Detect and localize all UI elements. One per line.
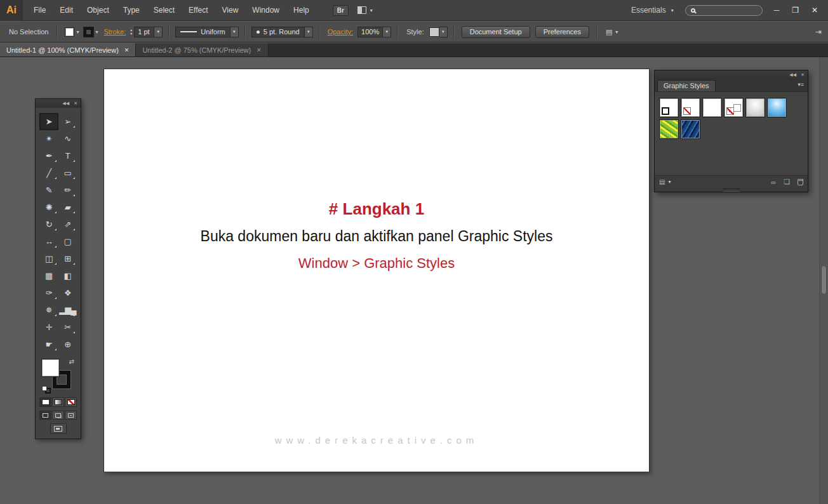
draw-inside-button[interactable] bbox=[65, 411, 77, 420]
control-panel-dock-icon[interactable]: ⇥ bbox=[815, 27, 822, 36]
chevron-down-icon[interactable]: ▾ bbox=[76, 29, 79, 35]
eyedropper-tool[interactable]: ✑ bbox=[39, 284, 58, 302]
document-tab[interactable]: Untitled-1 @ 100% (CMYK/Preview)✕ bbox=[0, 43, 136, 56]
zoom-tool[interactable]: ⊕ bbox=[58, 336, 77, 353]
gradient-tool[interactable]: ◧ bbox=[58, 267, 77, 284]
lasso-tool[interactable]: ∿ bbox=[58, 130, 77, 147]
document-tab[interactable]: Untitled-2 @ 75% (CMYK/Preview)✕ bbox=[136, 43, 268, 56]
select-similar-control[interactable]: ▤ ▾ bbox=[606, 28, 618, 36]
width-tool[interactable]: ↔ bbox=[39, 233, 58, 250]
tab-close-icon[interactable]: ✕ bbox=[257, 47, 262, 53]
magic-wand-tool[interactable]: ✴ bbox=[39, 130, 58, 147]
stroke-weight-value[interactable]: 1 pt bbox=[134, 27, 154, 37]
preferences-button[interactable]: Preferences bbox=[535, 26, 589, 38]
fill-color-swatch[interactable] bbox=[42, 359, 59, 376]
graphic-style-outline[interactable] bbox=[724, 98, 744, 117]
fill-color-control[interactable]: ▾ bbox=[65, 27, 79, 37]
menu-view[interactable]: View bbox=[215, 0, 246, 21]
tab-graphic-styles[interactable]: Graphic Styles bbox=[657, 80, 716, 91]
free-transform-tool[interactable]: ▢ bbox=[58, 233, 77, 250]
opacity-control[interactable]: 100% ▾ bbox=[357, 27, 391, 37]
stroke-panel-link[interactable]: Stroke: bbox=[104, 28, 126, 36]
graphic-style-green-texture[interactable] bbox=[659, 119, 679, 139]
slice-tool[interactable]: ✂ bbox=[58, 319, 77, 336]
menu-file[interactable]: File bbox=[27, 0, 53, 21]
graphic-style-white[interactable] bbox=[702, 98, 722, 117]
stroke-weight-control[interactable]: ▴ ▾ 1 pt ▾ bbox=[130, 27, 163, 37]
graphic-style-default[interactable] bbox=[659, 98, 679, 117]
artboard-tool[interactable]: ✛ bbox=[39, 319, 58, 336]
new-graphic-style-icon[interactable]: ❏ bbox=[784, 178, 790, 186]
gradient-button[interactable] bbox=[52, 397, 64, 407]
canvas-area[interactable]: # Langkah 1 Buka dokumen baru dan aktifk… bbox=[0, 57, 828, 504]
none-button[interactable] bbox=[65, 397, 77, 407]
hand-tool[interactable]: ☛ bbox=[39, 336, 58, 353]
line-segment-tool[interactable]: ╱ bbox=[39, 164, 58, 182]
brush-definition-caret[interactable]: ▾ bbox=[305, 27, 313, 37]
delete-style-icon[interactable] bbox=[798, 179, 803, 185]
graphic-style-blue-gradient[interactable] bbox=[767, 98, 787, 117]
bridge-button[interactable]: Br bbox=[333, 5, 349, 16]
brush-definition-control[interactable]: 5 pt. Round ▾ bbox=[251, 27, 313, 37]
perspective-grid-tool[interactable]: ⊞ bbox=[58, 250, 77, 267]
stroke-swatch[interactable] bbox=[84, 27, 93, 37]
close-button[interactable]: ✕ bbox=[811, 6, 818, 15]
chevron-down-icon[interactable]: ▾ bbox=[615, 29, 618, 35]
width-profile-control[interactable]: Uniform ▾ bbox=[175, 27, 239, 37]
scale-tool[interactable]: ⇗ bbox=[58, 216, 77, 233]
restore-button[interactable]: ❐ bbox=[792, 6, 799, 15]
column-graph-tool[interactable]: ▂▆▄ bbox=[58, 302, 77, 319]
direct-selection-tool[interactable]: ➢ bbox=[58, 113, 77, 130]
stroke-color-control[interactable]: ▾ bbox=[84, 27, 98, 37]
pen-tool[interactable]: ✒ bbox=[39, 147, 58, 164]
opacity-panel-link[interactable]: Opacity: bbox=[328, 28, 353, 36]
close-icon[interactable]: ✕ bbox=[74, 101, 77, 106]
stepper-down-icon[interactable]: ▾ bbox=[130, 32, 132, 36]
width-profile-dropdown[interactable]: Uniform bbox=[175, 27, 230, 37]
screen-mode-button[interactable] bbox=[50, 423, 67, 434]
rectangle-tool[interactable]: ▭ bbox=[58, 164, 77, 182]
symbol-sprayer-tool[interactable]: ✵ bbox=[39, 302, 58, 319]
opacity-value[interactable]: 100% bbox=[357, 27, 383, 37]
search-box[interactable] bbox=[685, 5, 763, 16]
select-similar-icon[interactable]: ▤ bbox=[606, 28, 612, 36]
document-setup-button[interactable]: Document Setup bbox=[462, 26, 530, 38]
panel-resize-grip[interactable] bbox=[655, 188, 808, 192]
tab-close-icon[interactable]: ✕ bbox=[124, 47, 130, 53]
vertical-scrollbar[interactable] bbox=[819, 57, 828, 504]
style-caret[interactable]: ▾ bbox=[439, 27, 448, 37]
menu-effect[interactable]: Effect bbox=[182, 0, 215, 21]
search-input[interactable] bbox=[699, 6, 757, 14]
width-profile-caret[interactable]: ▾ bbox=[230, 27, 239, 37]
fill-swatch[interactable] bbox=[65, 27, 74, 37]
type-tool[interactable]: T bbox=[58, 147, 77, 164]
brush-definition-dropdown[interactable]: 5 pt. Round bbox=[251, 27, 305, 37]
close-icon[interactable]: ✕ bbox=[801, 72, 805, 77]
graphic-style-soft-gray-gradient[interactable] bbox=[745, 98, 765, 117]
graphic-style-blue-texture[interactable] bbox=[681, 119, 700, 139]
menu-window[interactable]: Window bbox=[245, 0, 286, 21]
rotate-tool[interactable]: ↻ bbox=[39, 216, 58, 233]
draw-behind-button[interactable] bbox=[52, 411, 64, 420]
default-fill-stroke-icon[interactable] bbox=[42, 386, 47, 391]
paintbrush-tool[interactable]: ✎ bbox=[39, 182, 58, 199]
color-button[interactable] bbox=[39, 397, 51, 407]
menu-help[interactable]: Help bbox=[286, 0, 316, 21]
workspace-switcher[interactable]: Essentials ▾ bbox=[631, 6, 674, 15]
panel-menu-icon[interactable]: ▾≡ bbox=[798, 81, 804, 88]
arrange-documents-button[interactable]: ▾ bbox=[357, 6, 373, 14]
blend-tool[interactable]: ❖ bbox=[58, 284, 77, 302]
menu-type[interactable]: Type bbox=[116, 0, 147, 21]
graphic-style-no-style[interactable] bbox=[681, 98, 700, 117]
collapse-panel-icon[interactable]: ◀◀ bbox=[789, 72, 796, 77]
styles-libraries-button[interactable]: ▤ ▾ bbox=[659, 178, 671, 185]
stepper-arrows[interactable]: ▴ ▾ bbox=[130, 28, 132, 36]
blob-brush-tool[interactable]: ✺ bbox=[39, 199, 58, 216]
menu-edit[interactable]: Edit bbox=[53, 0, 80, 21]
chevron-down-icon[interactable]: ▾ bbox=[95, 29, 98, 35]
collapse-panel-icon[interactable]: ◀◀ bbox=[62, 101, 69, 106]
scrollbar-thumb[interactable] bbox=[821, 265, 827, 295]
artboard[interactable]: # Langkah 1 Buka dokumen baru dan aktifk… bbox=[104, 69, 650, 472]
minimize-button[interactable]: ─ bbox=[774, 6, 780, 15]
selection-tool[interactable]: ➤ bbox=[39, 113, 58, 130]
